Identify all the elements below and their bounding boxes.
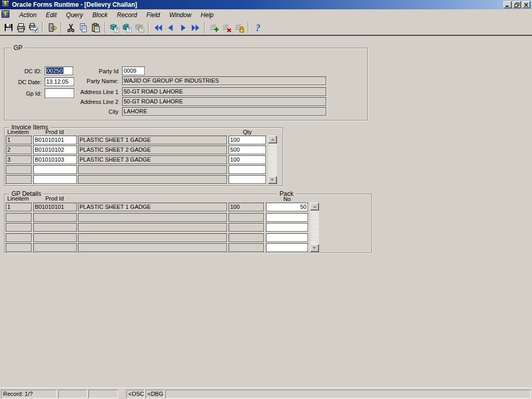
party-id-field[interactable]: 0009 xyxy=(122,66,145,75)
gpdetails-row-prodid xyxy=(33,233,77,242)
statusbar: Record: 1/? <OSC> <DBG> xyxy=(0,388,532,399)
insert-record-icon xyxy=(209,23,219,33)
lock-record-icon xyxy=(234,23,244,33)
invoice-row-qty[interactable]: 100 xyxy=(229,155,266,164)
invoice-row-desc xyxy=(78,165,227,174)
invoice-row-qty[interactable]: 500 xyxy=(229,145,266,154)
pack-header-bottom: No xyxy=(266,196,308,202)
toolbar-separator xyxy=(148,22,149,33)
gpdetails-row-packno[interactable] xyxy=(266,233,308,242)
toolbar-separator xyxy=(248,22,249,33)
menu-action[interactable]: Action xyxy=(15,10,41,20)
invoice-row-lineitem: 2 xyxy=(6,145,32,154)
copy-button[interactable] xyxy=(77,21,89,34)
invoice-items-scrollbar[interactable] xyxy=(268,136,277,184)
close-button[interactable] xyxy=(522,1,530,8)
mdi-child-icon[interactable] xyxy=(2,10,9,20)
dc-date-field[interactable]: 13.12.05 xyxy=(45,77,74,86)
status-record-count: Record: 1/? xyxy=(1,390,57,398)
next-block-icon xyxy=(191,23,201,33)
previous-block-icon xyxy=(153,23,163,33)
restore-button[interactable] xyxy=(513,1,521,8)
lock-record-button[interactable] xyxy=(233,21,245,34)
invoice-row-prodid[interactable]: B01010101 xyxy=(33,136,77,144)
restore-icon xyxy=(514,3,520,7)
gpdetails-row-packno[interactable] xyxy=(266,223,308,232)
previous-block-button[interactable] xyxy=(152,21,164,34)
party-name-label: Party Name: xyxy=(73,78,118,84)
print-icon xyxy=(16,23,26,33)
scroll-up-button[interactable] xyxy=(310,203,319,210)
menu-edit[interactable]: Edit xyxy=(41,10,61,20)
status-osc-indicator: <OSC> xyxy=(126,390,144,398)
copy-icon xyxy=(78,23,88,33)
invoice-row-prodid[interactable]: B01010103 xyxy=(33,155,77,164)
gpdetails-row-desc: PLASTIC SHEET 1 GADGE xyxy=(78,203,227,211)
scroll-up-button[interactable] xyxy=(268,136,277,143)
gpdetails-row-packno[interactable]: 50 xyxy=(266,203,308,211)
next-block-button[interactable] xyxy=(189,21,202,34)
menu-help[interactable]: Help xyxy=(196,10,218,20)
help-button[interactable]: ? xyxy=(251,21,264,34)
cut-icon xyxy=(66,23,76,33)
status-dbg-indicator: <DBG> xyxy=(145,390,164,398)
gp-id-field[interactable] xyxy=(45,88,74,98)
minimize-button[interactable] xyxy=(503,1,512,8)
dc-id-field[interactable]: 00250 xyxy=(45,66,73,75)
invoice-row-prodid[interactable] xyxy=(33,165,77,174)
save-button[interactable] xyxy=(2,21,15,34)
delete-record-button[interactable] xyxy=(220,21,233,34)
invoice-row-prodid[interactable]: B01010102 xyxy=(33,145,77,154)
invoice-row-lineitem: 1 xyxy=(6,136,32,144)
cancel-query-button[interactable]: ? xyxy=(133,21,145,34)
menu-block[interactable]: Block xyxy=(88,10,112,20)
city-field: LAHORE xyxy=(122,107,326,116)
previous-record-button[interactable] xyxy=(164,21,177,34)
menu-query[interactable]: Query xyxy=(61,10,88,20)
invoice-row-qty[interactable]: 100 xyxy=(229,136,266,144)
paste-button[interactable] xyxy=(89,21,102,34)
gpdetails-prodid-header: Prod Id xyxy=(33,195,76,202)
menu-record[interactable]: Record xyxy=(112,10,142,20)
address-line1-field: 50-GT ROAD LAHORE xyxy=(122,87,326,96)
next-record-button[interactable] xyxy=(177,21,189,34)
previous-record-icon xyxy=(166,23,176,33)
exit-button[interactable] xyxy=(46,21,58,34)
cut-button[interactable] xyxy=(64,21,77,34)
gpdetails-row-packno[interactable] xyxy=(266,213,308,222)
svg-text:?: ? xyxy=(115,27,117,32)
execute-query-button[interactable]: ? xyxy=(121,21,133,34)
invoice-row-prodid[interactable] xyxy=(33,175,77,184)
gpdetails-row-qty xyxy=(229,233,264,242)
print-button[interactable] xyxy=(15,21,27,34)
status-panel-empty xyxy=(58,390,87,398)
gpdetails-row-qty xyxy=(229,213,264,222)
gpdetails-row-qty xyxy=(229,243,264,252)
next-record-icon xyxy=(178,23,188,33)
scroll-down-button[interactable] xyxy=(310,244,319,252)
invoice-qty-header: Qty xyxy=(229,129,266,135)
minimize-icon xyxy=(505,3,510,7)
gpdetails-row-desc xyxy=(78,213,227,222)
scroll-down-button[interactable] xyxy=(268,176,277,184)
gpdetails-row-desc xyxy=(78,223,227,232)
svg-text:?: ? xyxy=(256,23,260,33)
gp-details-scrollbar[interactable] xyxy=(310,203,319,252)
insert-record-button[interactable] xyxy=(208,21,220,34)
print-check-icon xyxy=(29,23,38,33)
invoice-row-lineitem xyxy=(6,175,32,184)
exit-icon xyxy=(47,23,57,33)
invoice-row-qty[interactable] xyxy=(229,165,266,174)
invoice-row-qty[interactable] xyxy=(229,175,266,184)
gpdetails-row-qty: 100 xyxy=(229,203,264,211)
menu-field[interactable]: Field xyxy=(142,10,165,20)
print-check-button[interactable] xyxy=(27,21,39,34)
paste-icon xyxy=(91,23,101,33)
address-line2-field: 50-GT ROAD LAHORE xyxy=(122,97,326,106)
enter-query-button[interactable]: ? xyxy=(108,21,121,34)
toolbar-separator xyxy=(42,22,43,33)
menu-window[interactable]: Window xyxy=(165,10,196,20)
gpdetails-row-packno[interactable] xyxy=(266,243,308,252)
dc-date-label: DC Date: xyxy=(10,79,42,85)
app-icon xyxy=(2,0,9,9)
